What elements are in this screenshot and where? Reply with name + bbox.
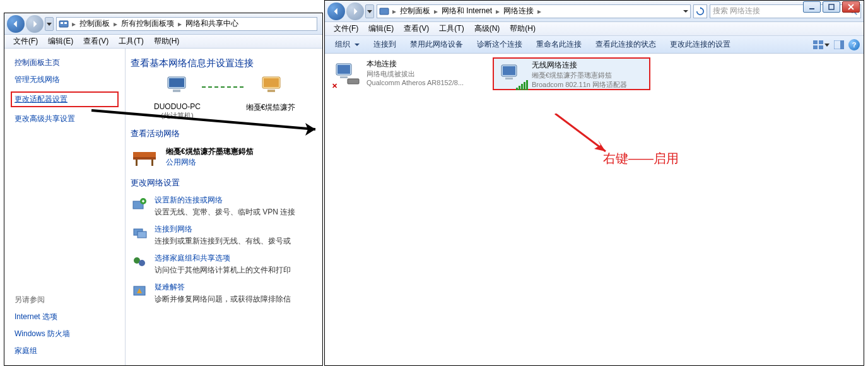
setup-new-connection-desc: 设置无线、宽带、拨号、临时或 VPN 连接: [155, 207, 317, 218]
connection-adapter: Broadcom 802.11n 网络适配器: [532, 80, 647, 88]
tool-diagnose[interactable]: 诊断这个连接: [471, 37, 529, 52]
window-network-connections: ▸ 控制面板 ▸ 网络和 Internet ▸ 网络连接 ▸ 搜索 网络连接 文…: [324, 0, 864, 366]
back-button[interactable]: [7, 15, 25, 33]
setup-new-connection-link[interactable]: 设置新的连接或网络: [155, 195, 317, 206]
connect-to-network-desc: 连接到或重新连接到无线、有线、拨号或: [155, 236, 317, 247]
svg-rect-8: [267, 90, 275, 92]
nav-history-dropdown[interactable]: [365, 4, 374, 18]
menu-help[interactable]: 帮助(H): [505, 22, 541, 35]
menu-edit[interactable]: 编辑(E): [363, 22, 399, 35]
minimize-button[interactable]: [803, 1, 821, 13]
nav-history-dropdown[interactable]: [45, 17, 54, 31]
breadcrumb-item[interactable]: 控制面板: [397, 6, 433, 16]
chevron-right-icon: ▸: [536, 7, 542, 16]
see-also-firewall[interactable]: Windows 防火墙: [15, 329, 115, 339]
breadcrumb-item[interactable]: 所有控制面板项: [119, 18, 177, 29]
sidebar-link-advanced-sharing[interactable]: 更改高级共享设置: [15, 114, 115, 124]
connection-title: 本地连接: [367, 59, 484, 69]
toolbar: 组织 连接到 禁用此网络设备 诊断这个连接 重命名此连接 查看此连接的状态 更改…: [325, 36, 864, 54]
svg-rect-22: [380, 8, 389, 15]
maximize-button[interactable]: [823, 1, 840, 13]
svg-rect-1: [61, 22, 63, 24]
connection-local[interactable]: ✕ 本地连接 网络电缆被拔出 Qualcomm Atheros AR8152/8…: [329, 57, 486, 90]
nav-bar: ▸ 控制面板 ▸ 所有控制面板项 ▸ 网络和共享中心: [4, 13, 322, 35]
menu-advanced[interactable]: 高级(N): [469, 22, 505, 35]
menu-help[interactable]: 帮助(H): [149, 35, 185, 48]
preview-pane-button[interactable]: [831, 38, 847, 52]
tool-view-status[interactable]: 查看此连接的状态: [589, 37, 662, 52]
network-diagram: [131, 76, 317, 98]
active-network-type[interactable]: 公用网络: [166, 157, 254, 168]
svg-rect-24: [813, 40, 818, 44]
menu-view[interactable]: 查看(V): [399, 22, 434, 35]
tool-organize[interactable]: 组织: [329, 37, 366, 52]
breadcrumb-item[interactable]: 网络和 Internet: [439, 6, 495, 16]
homegroup-sharing-link[interactable]: 选择家庭组和共享选项: [155, 253, 317, 264]
menu-bar: 文件(F) 编辑(E) 查看(V) 工具(T) 帮助(H): [4, 35, 322, 49]
highlight-adapter-settings: 更改适配器设置: [11, 91, 119, 107]
connection-status: 网络电缆被拔出: [367, 69, 484, 79]
bench-icon: [131, 144, 158, 170]
sidebar-link-adapter-settings[interactable]: 更改适配器设置: [15, 94, 115, 105]
see-also-homegroup[interactable]: 家庭组: [15, 346, 115, 356]
pc-sublabel: (此计算机): [143, 111, 212, 120]
svg-rect-9: [133, 152, 156, 157]
chevron-right-icon: ▸: [433, 7, 439, 16]
svg-rect-10: [133, 157, 156, 160]
tool-disable-device[interactable]: 禁用此网络设备: [404, 37, 469, 52]
window-network-sharing-center: ▸ 控制面板 ▸ 所有控制面板项 ▸ 网络和共享中心 文件(F) 编辑(E) 查…: [4, 13, 323, 366]
connection-status: 缃戞€熀笳濂芥墨璁憲鍀笳: [532, 71, 647, 80]
homegroup-icon: [131, 253, 148, 271]
connection-adapter: Qualcomm Atheros AR8152/8...: [367, 79, 484, 86]
tool-connect-to[interactable]: 连接到: [367, 37, 402, 52]
new-connection-icon: [131, 195, 148, 213]
troubleshoot-desc: 诊断并修复网络问题，或获得故障排除信: [155, 294, 317, 305]
see-also-heading: 另请参阅: [15, 295, 115, 305]
chevron-right-icon: ▸: [177, 20, 183, 28]
breadcrumb[interactable]: ▸ 控制面板 ▸ 所有控制面板项 ▸ 网络和共享中心: [56, 17, 317, 31]
tool-change-settings[interactable]: 更改此连接的设置: [664, 37, 737, 52]
menu-file[interactable]: 文件(F): [8, 35, 43, 48]
view-options-button[interactable]: [813, 38, 830, 52]
menu-edit[interactable]: 编辑(E): [43, 35, 78, 48]
breadcrumb-item[interactable]: 网络连接: [501, 6, 536, 16]
refresh-button[interactable]: [693, 4, 707, 18]
breadcrumb-item[interactable]: 控制面板: [77, 18, 112, 29]
svg-rect-11: [136, 160, 138, 166]
svg-rect-29: [840, 40, 844, 49]
search-placeholder: 搜索 网络连接: [713, 6, 760, 16]
active-network-name: 缃戞€熀笳濂芥墨璁憲鍀笳: [166, 146, 254, 157]
help-button[interactable]: ?: [848, 39, 860, 50]
svg-rect-26: [813, 45, 818, 49]
svg-rect-21: [829, 4, 834, 9]
connection-wireless[interactable]: 无线网络连接 缃戞€熀笳濂芥墨璁憲鍀笳 Broadcom 802.11n 网络适…: [493, 57, 650, 90]
sidebar-link-manage-wireless[interactable]: 管理无线网络: [15, 74, 115, 85]
error-x-icon: ✕: [330, 81, 339, 90]
close-button[interactable]: [842, 1, 860, 13]
chevron-down-icon[interactable]: [683, 8, 689, 15]
svg-rect-35: [503, 66, 515, 75]
this-pc-icon: [164, 76, 189, 98]
forward-button[interactable]: [346, 3, 364, 20]
breadcrumb[interactable]: ▸ 控制面板 ▸ 网络和 Internet ▸ 网络连接 ▸: [377, 4, 691, 18]
breadcrumb-item[interactable]: 网络和共享中心: [183, 18, 241, 29]
page-title: 查看基本网络信息并设置连接: [131, 57, 317, 69]
svg-rect-2: [64, 22, 67, 24]
forward-button[interactable]: [26, 15, 44, 33]
svg-rect-36: [505, 78, 513, 79]
see-also-internet-options[interactable]: Internet 选项: [15, 312, 115, 322]
network-folder-icon: [378, 6, 390, 17]
connect-to-network-link[interactable]: 连接到网络: [155, 224, 317, 235]
svg-rect-33: [348, 79, 359, 84]
signal-bars-icon: [516, 80, 528, 90]
titlebar-controls: [803, 1, 860, 13]
menu-view[interactable]: 查看(V): [78, 35, 114, 48]
menu-file[interactable]: 文件(F): [329, 22, 363, 35]
svg-rect-27: [819, 45, 823, 49]
back-button[interactable]: [327, 3, 345, 20]
troubleshoot-link[interactable]: 疑难解答: [155, 282, 317, 293]
menu-tools[interactable]: 工具(T): [114, 35, 148, 48]
svg-rect-12: [151, 160, 153, 166]
tool-rename[interactable]: 重命名此连接: [530, 37, 588, 52]
menu-tools[interactable]: 工具(T): [434, 22, 469, 35]
